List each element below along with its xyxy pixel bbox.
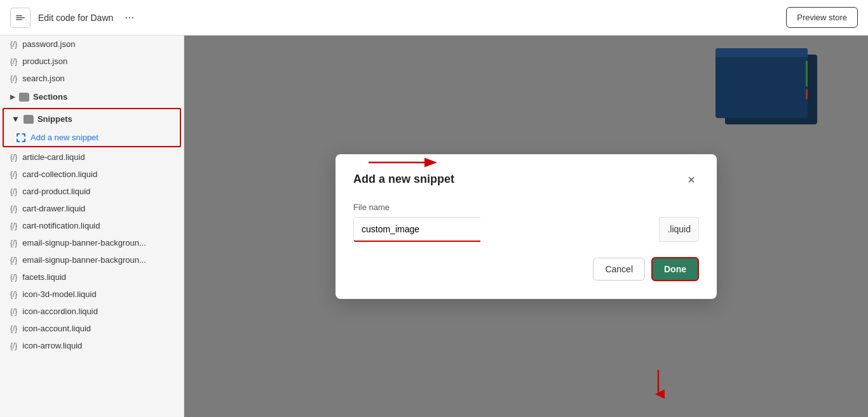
list-item[interactable]: {/} email-signup-banner-backgroun...	[0, 234, 184, 251]
file-icon: {/}	[10, 273, 17, 282]
done-button[interactable]: Done	[651, 257, 699, 281]
list-item[interactable]: {/} icon-3d-model.liquid	[0, 286, 184, 303]
header: Edit code for Dawn ··· Preview store	[0, 0, 868, 36]
file-icon: {/}	[10, 324, 17, 333]
list-item[interactable]: {/} icon-arrow.liquid	[0, 337, 184, 354]
file-name: icon-accordion.liquid	[22, 307, 98, 316]
file-name: icon-arrow.liquid	[22, 341, 82, 350]
svg-rect-1	[16, 17, 25, 18]
list-item[interactable]: {/} product.json	[0, 53, 184, 70]
file-name: facets.liquid	[22, 272, 66, 282]
file-icon: {/}	[10, 57, 17, 66]
file-name: search.json	[22, 74, 64, 83]
modal-overlay: Add a new snippet × File name .liquid	[184, 36, 868, 417]
list-item[interactable]: {/} article-card.liquid	[0, 149, 184, 166]
sections-folder[interactable]: ▶ Sections	[0, 87, 184, 107]
snippets-section: ▼ Snippets Add a new snippet	[3, 108, 181, 147]
main-layout: {/} password.json {/} product.json {/} s…	[0, 36, 868, 417]
sections-label: Sections	[33, 92, 67, 102]
file-name: cart-drawer.liquid	[22, 204, 85, 213]
list-item[interactable]: {/} icon-account.liquid	[0, 320, 184, 337]
file-icon: {/}	[10, 222, 17, 230]
list-item[interactable]: {/} search.json	[0, 70, 184, 87]
svg-rect-2	[16, 19, 22, 20]
list-item[interactable]: {/} password.json	[0, 36, 184, 53]
file-name: card-product.liquid	[22, 187, 90, 196]
chevron-right-icon: ▶	[10, 93, 15, 100]
preview-store-button[interactable]: Preview store	[786, 7, 858, 28]
file-icon: {/}	[10, 204, 17, 213]
snippets-label: Snippets	[37, 114, 72, 124]
folder-icon	[24, 115, 34, 124]
dashed-add-icon	[17, 133, 25, 142]
list-item[interactable]: {/} cart-drawer.liquid	[0, 200, 184, 217]
file-name-input-wrapper	[353, 217, 659, 242]
modal-close-button[interactable]: ×	[684, 172, 699, 187]
modal-body: File name .liquid	[353, 202, 699, 242]
file-name: email-signup-banner-backgroun...	[22, 255, 146, 265]
file-icon: {/}	[10, 290, 17, 299]
cancel-button[interactable]: Cancel	[593, 258, 645, 281]
folder-icon	[19, 93, 29, 102]
chevron-down-icon: ▼	[11, 114, 20, 124]
list-item[interactable]: {/} facets.liquid	[0, 268, 184, 286]
file-name: icon-account.liquid	[22, 324, 91, 333]
header-left: Edit code for Dawn ···	[10, 8, 138, 28]
modal-header: Add a new snippet ×	[353, 172, 699, 187]
list-item[interactable]: {/} card-product.liquid	[0, 183, 184, 200]
svg-rect-0	[16, 15, 22, 17]
file-icon: {/}	[10, 256, 17, 265]
file-icon: {/}	[10, 187, 17, 196]
file-name-row: .liquid	[353, 217, 699, 242]
file-name: email-signup-banner-backgroun...	[22, 238, 146, 248]
snippets-folder[interactable]: ▼ Snippets	[4, 109, 180, 129]
file-name: cart-notification.liquid	[22, 221, 100, 230]
list-item[interactable]: {/} card-collection.liquid	[0, 166, 184, 183]
file-icon: {/}	[10, 307, 17, 316]
page-title: Edit code for Dawn	[38, 13, 113, 23]
file-icon: {/}	[10, 170, 17, 179]
down-arrow-annotation	[652, 370, 665, 402]
file-sidebar: {/} password.json {/} product.json {/} s…	[0, 36, 184, 417]
file-icon: {/}	[10, 239, 17, 248]
file-icon: {/}	[10, 341, 17, 350]
file-name-input[interactable]	[353, 217, 480, 242]
file-name: password.json	[22, 39, 75, 49]
back-icon	[15, 13, 25, 23]
file-name: product.json	[22, 56, 67, 66]
more-options-button[interactable]: ···	[121, 8, 138, 27]
file-icon: {/}	[10, 153, 17, 162]
modal-title: Add a new snippet	[353, 173, 454, 186]
list-item[interactable]: {/} icon-accordion.liquid	[0, 303, 184, 320]
main-content: Edit your theme's files Choose a file to…	[184, 36, 868, 417]
back-button[interactable]	[10, 8, 31, 28]
add-snippet-label: Add a new snippet	[31, 133, 98, 142]
list-item[interactable]: {/} email-signup-banner-backgroun...	[0, 251, 184, 268]
file-icon: {/}	[10, 74, 17, 83]
file-name: article-card.liquid	[22, 152, 85, 162]
file-name-label: File name	[353, 202, 699, 212]
add-snippet-item[interactable]: Add a new snippet	[4, 129, 180, 146]
file-name: card-collection.liquid	[22, 169, 97, 179]
add-snippet-modal: Add a new snippet × File name .liquid	[336, 154, 717, 299]
modal-footer: Cancel Done	[353, 257, 699, 281]
file-extension: .liquid	[659, 217, 699, 242]
file-icon: {/}	[10, 40, 17, 49]
file-name: icon-3d-model.liquid	[22, 289, 96, 299]
list-item[interactable]: {/} cart-notification.liquid	[0, 217, 184, 234]
